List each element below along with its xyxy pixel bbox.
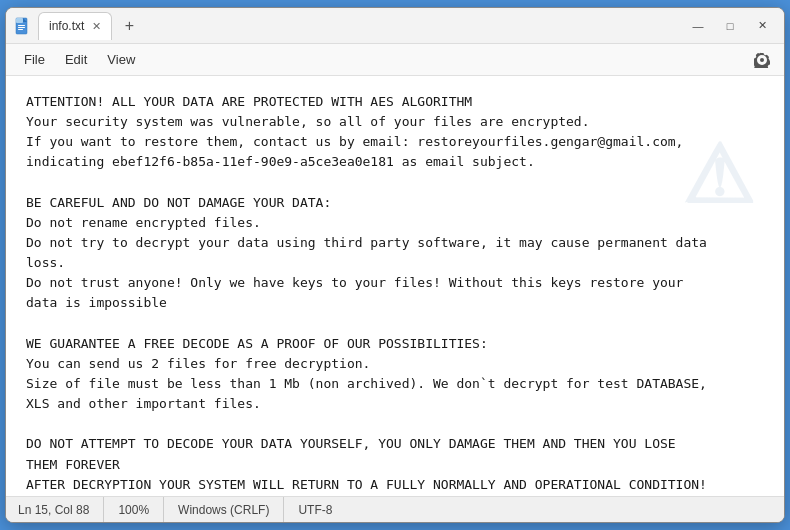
tab-close-button[interactable]: ✕	[92, 20, 101, 33]
window-controls: — □ ✕	[684, 16, 776, 36]
close-button[interactable]: ✕	[748, 16, 776, 36]
tab-area: info.txt ✕ +	[14, 12, 684, 40]
status-bar: Ln 15, Col 88 100% Windows (CRLF) UTF-8	[6, 496, 784, 522]
active-tab[interactable]: info.txt ✕	[38, 12, 112, 40]
tab-label: info.txt	[49, 19, 84, 33]
svg-rect-2	[18, 25, 25, 26]
text-content-area[interactable]: ⚠ ATTENTION! ALL YOUR DATA ARE PROTECTED…	[6, 76, 784, 496]
file-icon	[14, 17, 32, 35]
title-bar: info.txt ✕ + — □ ✕	[6, 8, 784, 44]
menu-edit[interactable]: Edit	[55, 48, 97, 71]
zoom-level[interactable]: 100%	[104, 497, 164, 522]
file-text: ATTENTION! ALL YOUR DATA ARE PROTECTED W…	[26, 92, 764, 495]
svg-rect-1	[16, 18, 23, 23]
maximize-button[interactable]: □	[716, 16, 744, 36]
notepad-window: info.txt ✕ + — □ ✕ File Edit View ⚠ ATTE…	[5, 7, 785, 523]
settings-icon[interactable]	[748, 46, 776, 74]
menu-view[interactable]: View	[97, 48, 145, 71]
encoding[interactable]: UTF-8	[284, 497, 346, 522]
new-tab-button[interactable]: +	[116, 13, 142, 39]
minimize-button[interactable]: —	[684, 16, 712, 36]
svg-rect-3	[18, 27, 25, 28]
svg-rect-4	[18, 29, 23, 30]
menu-bar: File Edit View	[6, 44, 784, 76]
menu-file[interactable]: File	[14, 48, 55, 71]
cursor-position: Ln 15, Col 88	[18, 497, 104, 522]
line-ending[interactable]: Windows (CRLF)	[164, 497, 284, 522]
